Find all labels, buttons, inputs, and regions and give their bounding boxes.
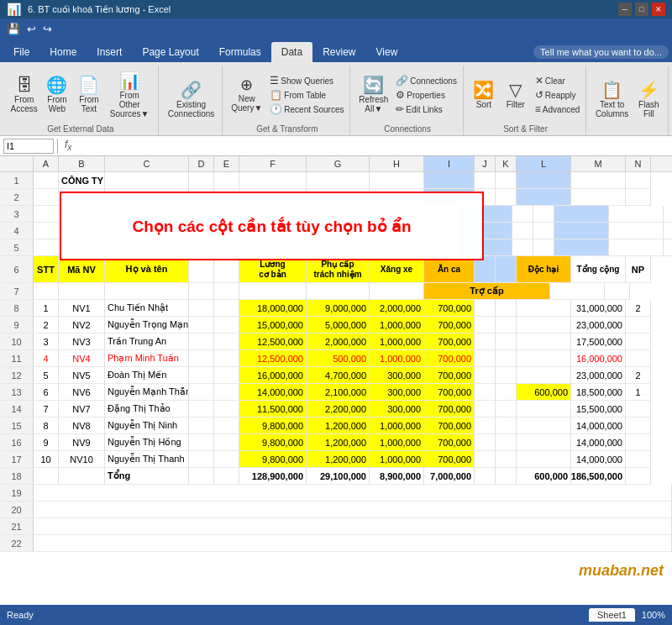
cell-m15[interactable]: 14,000,000 (571, 418, 626, 434)
cell-k4[interactable] (533, 223, 554, 239)
header-trocap[interactable]: Trợ cấp (424, 283, 550, 300)
cell-e18[interactable] (214, 468, 239, 485)
col-header-m[interactable]: M (571, 156, 626, 171)
cell-l17[interactable] (517, 451, 571, 468)
cell-a8[interactable]: 1 (34, 300, 59, 317)
cell-l16[interactable] (517, 434, 571, 451)
cell-j18[interactable] (475, 468, 496, 485)
cell-e17[interactable] (214, 451, 239, 468)
cell-b8[interactable]: NV1 (59, 300, 105, 317)
cell-a13[interactable]: 6 (34, 384, 59, 401)
cell-k8[interactable] (496, 300, 517, 317)
cell-n17[interactable] (626, 451, 651, 468)
cell-n4[interactable] (664, 223, 672, 239)
cell-i3[interactable] (462, 206, 512, 223)
cell-20-empty[interactable] (34, 502, 672, 518)
cell-c12[interactable]: Đoàn Thị Mến (105, 367, 189, 384)
cell-b5-wide[interactable] (59, 239, 462, 256)
cell-h11[interactable]: 1,000,000 (370, 350, 424, 367)
cell-n10[interactable] (626, 334, 651, 350)
cell-f13[interactable]: 14,000,000 (239, 384, 307, 401)
tab-data[interactable]: Data (271, 42, 312, 62)
cell-n13[interactable]: 1 (626, 384, 651, 401)
cell-d13[interactable] (189, 384, 214, 401)
cell-e1[interactable] (214, 172, 239, 189)
cell-c1[interactable] (105, 172, 189, 189)
cell-b4-wide[interactable] (59, 223, 462, 239)
cell-b18[interactable] (59, 468, 105, 485)
cell-c10[interactable]: Trần Trung An (105, 334, 189, 350)
col-header-k[interactable]: K (496, 156, 517, 171)
cell-n8[interactable]: 2 (626, 300, 651, 317)
cell-a9[interactable]: 2 (34, 317, 59, 334)
cell-f10[interactable]: 12,500,000 (239, 334, 307, 350)
cell-m1[interactable] (571, 172, 626, 189)
cell-a4[interactable] (34, 223, 59, 239)
cell-l8[interactable] (517, 300, 571, 317)
cell-k6[interactable] (496, 256, 517, 283)
cell-n15[interactable] (626, 418, 651, 434)
cell-n5[interactable] (664, 239, 672, 256)
cell-a10[interactable]: 3 (34, 334, 59, 350)
cell-a15[interactable]: 8 (34, 418, 59, 434)
cell-h15[interactable]: 1,000,000 (370, 418, 424, 434)
cell-l10[interactable] (517, 334, 571, 350)
cell-k3[interactable] (533, 206, 554, 223)
cell-m12[interactable]: 23,000,000 (571, 367, 626, 384)
cell-m4[interactable] (609, 223, 664, 239)
tab-view[interactable]: View (366, 42, 408, 62)
col-header-d[interactable]: D (189, 156, 214, 171)
tab-home[interactable]: Home (39, 42, 87, 62)
name-box[interactable] (3, 139, 54, 154)
cell-h12[interactable]: 300,000 (370, 367, 424, 384)
cell-n11[interactable] (626, 350, 651, 367)
cell-n18[interactable] (626, 468, 651, 485)
cell-i1[interactable] (424, 172, 475, 189)
cell-e14[interactable] (214, 401, 239, 418)
cell-d12[interactable] (189, 367, 214, 384)
cell-g16[interactable]: 1,200,000 (307, 434, 370, 451)
cell-a16[interactable]: 9 (34, 434, 59, 451)
cell-i12[interactable]: 700,000 (424, 367, 475, 384)
cell-n12[interactable]: 2 (626, 367, 651, 384)
cell-g9[interactable]: 5,000,000 (307, 317, 370, 334)
cell-m2[interactable] (571, 189, 626, 206)
cell-n1[interactable] (626, 172, 651, 189)
cell-c18[interactable]: Tổng (105, 468, 189, 485)
cell-d14[interactable] (189, 401, 214, 418)
cell-j15[interactable] (475, 418, 496, 434)
cell-a2[interactable] (34, 189, 59, 206)
cell-a5[interactable] (34, 239, 59, 256)
cell-g7[interactable] (307, 283, 370, 300)
cell-g11[interactable]: 500,000 (307, 350, 370, 367)
cell-i18[interactable]: 7,000,000 (424, 468, 475, 485)
from-other-btn[interactable]: 📊 From OtherSources▼ (106, 71, 153, 120)
cell-i16[interactable]: 700,000 (424, 434, 475, 451)
cell-n7[interactable] (605, 283, 630, 300)
cell-e16[interactable] (214, 434, 239, 451)
cell-j12[interactable] (475, 367, 496, 384)
cell-i2[interactable] (424, 189, 475, 206)
cell-d9[interactable] (189, 317, 214, 334)
cell-f16[interactable]: 9,800,000 (239, 434, 307, 451)
cell-i9[interactable]: 700,000 (424, 317, 475, 334)
cell-b15[interactable]: NV8 (59, 418, 105, 434)
cell-m13[interactable]: 18,500,000 (571, 384, 626, 401)
cell-b14[interactable]: NV7 (59, 401, 105, 418)
cell-l13[interactable]: 600,000 (517, 384, 571, 401)
cell-l3[interactable] (554, 206, 609, 223)
cell-f14[interactable]: 11,500,000 (239, 401, 307, 418)
cell-b3-wide[interactable] (59, 206, 462, 223)
col-header-e[interactable]: E (214, 156, 239, 171)
cell-f11[interactable]: 12,500,000 (239, 350, 307, 367)
edit-links-btn[interactable]: ✏ Edit Links (393, 102, 459, 116)
from-table-btn[interactable]: 📋 From Table (267, 88, 346, 102)
flash-fill-btn[interactable]: ⚡ FlashFill (633, 80, 664, 120)
qa-undo-btn[interactable]: ↩ (25, 23, 38, 35)
header-stt[interactable]: STT (34, 256, 59, 283)
cell-g1[interactable] (307, 172, 370, 189)
cell-g14[interactable]: 2,200,000 (307, 401, 370, 418)
cell-c8[interactable]: Chu Tiến Nhật (105, 300, 189, 317)
tab-page-layout[interactable]: Page Layout (132, 42, 208, 62)
cell-h17[interactable]: 1,000,000 (370, 451, 424, 468)
